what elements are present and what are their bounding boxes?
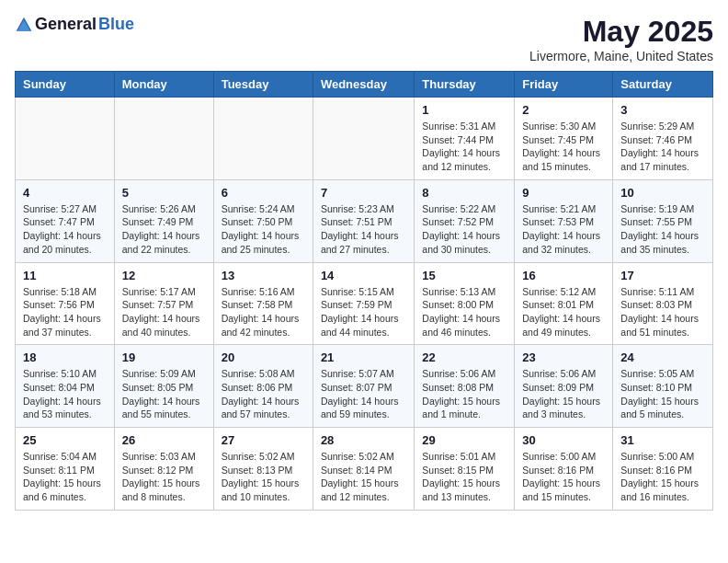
day-number: 26 xyxy=(122,433,206,447)
calendar-cell: 21Sunrise: 5:07 AM Sunset: 8:07 PM Dayli… xyxy=(313,345,414,428)
week-row-4: 25Sunrise: 5:04 AM Sunset: 8:11 PM Dayli… xyxy=(16,428,713,511)
day-number: 17 xyxy=(620,269,705,282)
logo-blue-text: Blue xyxy=(98,15,134,34)
day-number: 14 xyxy=(321,269,406,282)
day-number: 8 xyxy=(422,186,506,200)
day-info: Sunrise: 5:19 AM Sunset: 7:55 PM Dayligh… xyxy=(620,202,705,257)
day-info: Sunrise: 5:13 AM Sunset: 8:00 PM Dayligh… xyxy=(422,285,506,339)
day-info: Sunrise: 5:11 AM Sunset: 8:03 PM Dayligh… xyxy=(620,285,705,339)
calendar-header: SundayMondayTuesdayWednesdayThursdayFrid… xyxy=(16,72,713,98)
calendar-cell: 24Sunrise: 5:05 AM Sunset: 8:10 PM Dayli… xyxy=(613,345,713,428)
day-number: 6 xyxy=(222,186,305,200)
day-number: 31 xyxy=(620,433,705,447)
week-row-2: 11Sunrise: 5:18 AM Sunset: 7:56 PM Dayli… xyxy=(16,262,713,345)
calendar-cell: 17Sunrise: 5:11 AM Sunset: 8:03 PM Dayli… xyxy=(613,262,713,345)
day-info: Sunrise: 5:17 AM Sunset: 7:57 PM Dayligh… xyxy=(122,285,206,339)
calendar-cell xyxy=(16,98,115,180)
calendar-cell: 5Sunrise: 5:26 AM Sunset: 7:49 PM Daylig… xyxy=(114,179,213,262)
day-info: Sunrise: 5:02 AM Sunset: 8:13 PM Dayligh… xyxy=(222,450,305,504)
calendar-body: 1Sunrise: 5:31 AM Sunset: 7:44 PM Daylig… xyxy=(16,98,713,511)
day-info: Sunrise: 5:06 AM Sunset: 8:09 PM Dayligh… xyxy=(522,367,605,421)
calendar-table: SundayMondayTuesdayWednesdayThursdayFrid… xyxy=(15,71,713,511)
header-friday: Friday xyxy=(515,72,613,98)
day-info: Sunrise: 5:23 AM Sunset: 7:51 PM Dayligh… xyxy=(321,202,406,257)
day-number: 18 xyxy=(23,350,107,364)
calendar-cell: 16Sunrise: 5:12 AM Sunset: 8:01 PM Dayli… xyxy=(515,262,613,345)
calendar-cell: 14Sunrise: 5:15 AM Sunset: 7:59 PM Dayli… xyxy=(313,262,414,345)
day-info: Sunrise: 5:30 AM Sunset: 7:45 PM Dayligh… xyxy=(522,120,605,174)
day-number: 16 xyxy=(522,269,605,282)
calendar-cell: 30Sunrise: 5:00 AM Sunset: 8:16 PM Dayli… xyxy=(515,428,613,511)
day-info: Sunrise: 5:00 AM Sunset: 8:16 PM Dayligh… xyxy=(522,450,605,504)
header-thursday: Thursday xyxy=(415,72,515,98)
calendar-cell: 18Sunrise: 5:10 AM Sunset: 8:04 PM Dayli… xyxy=(16,345,115,428)
title-section: May 2025 Livermore, Maine, United States xyxy=(529,15,713,63)
page-header: General Blue May 2025 Livermore, Maine, … xyxy=(15,15,713,63)
day-number: 10 xyxy=(620,186,705,200)
header-monday: Monday xyxy=(114,72,213,98)
subtitle: Livermore, Maine, United States xyxy=(529,49,713,63)
week-row-0: 1Sunrise: 5:31 AM Sunset: 7:44 PM Daylig… xyxy=(16,98,713,180)
day-info: Sunrise: 5:08 AM Sunset: 8:06 PM Dayligh… xyxy=(222,367,305,421)
day-number: 4 xyxy=(23,186,107,200)
day-number: 13 xyxy=(222,269,305,282)
day-number: 19 xyxy=(122,350,206,364)
header-saturday: Saturday xyxy=(613,72,713,98)
day-number: 11 xyxy=(23,269,107,282)
calendar-cell: 3Sunrise: 5:29 AM Sunset: 7:46 PM Daylig… xyxy=(613,98,713,180)
day-number: 27 xyxy=(222,433,305,447)
day-info: Sunrise: 5:18 AM Sunset: 7:56 PM Dayligh… xyxy=(23,285,107,339)
calendar-cell: 12Sunrise: 5:17 AM Sunset: 7:57 PM Dayli… xyxy=(114,262,213,345)
day-info: Sunrise: 5:00 AM Sunset: 8:16 PM Dayligh… xyxy=(620,450,705,504)
header-sunday: Sunday xyxy=(16,72,115,98)
day-number: 30 xyxy=(522,433,605,447)
day-number: 12 xyxy=(122,269,206,282)
calendar-cell: 9Sunrise: 5:21 AM Sunset: 7:53 PM Daylig… xyxy=(515,179,613,262)
calendar-cell: 20Sunrise: 5:08 AM Sunset: 8:06 PM Dayli… xyxy=(213,345,313,428)
day-number: 5 xyxy=(122,186,206,200)
header-row: SundayMondayTuesdayWednesdayThursdayFrid… xyxy=(16,72,713,98)
calendar-cell xyxy=(114,98,213,180)
day-info: Sunrise: 5:02 AM Sunset: 8:14 PM Dayligh… xyxy=(321,450,406,504)
day-info: Sunrise: 5:26 AM Sunset: 7:49 PM Dayligh… xyxy=(122,202,206,257)
day-number: 2 xyxy=(522,103,605,117)
day-number: 25 xyxy=(23,433,107,447)
calendar-cell: 31Sunrise: 5:00 AM Sunset: 8:16 PM Dayli… xyxy=(613,428,713,511)
logo-general-text: General xyxy=(35,15,97,34)
day-info: Sunrise: 5:04 AM Sunset: 8:11 PM Dayligh… xyxy=(23,450,107,504)
day-number: 7 xyxy=(321,186,406,200)
day-number: 20 xyxy=(222,350,305,364)
day-info: Sunrise: 5:27 AM Sunset: 7:47 PM Dayligh… xyxy=(23,202,107,257)
day-info: Sunrise: 5:09 AM Sunset: 8:05 PM Dayligh… xyxy=(122,367,206,421)
calendar-cell: 4Sunrise: 5:27 AM Sunset: 7:47 PM Daylig… xyxy=(16,179,115,262)
week-row-1: 4Sunrise: 5:27 AM Sunset: 7:47 PM Daylig… xyxy=(16,179,713,262)
day-info: Sunrise: 5:31 AM Sunset: 7:44 PM Dayligh… xyxy=(422,120,506,174)
logo-icon xyxy=(15,16,33,34)
day-info: Sunrise: 5:07 AM Sunset: 8:07 PM Dayligh… xyxy=(321,367,406,421)
calendar-cell: 29Sunrise: 5:01 AM Sunset: 8:15 PM Dayli… xyxy=(415,428,515,511)
calendar-cell: 25Sunrise: 5:04 AM Sunset: 8:11 PM Dayli… xyxy=(16,428,115,511)
day-number: 15 xyxy=(422,269,506,282)
calendar-cell: 1Sunrise: 5:31 AM Sunset: 7:44 PM Daylig… xyxy=(415,98,515,180)
calendar-cell: 15Sunrise: 5:13 AM Sunset: 8:00 PM Dayli… xyxy=(415,262,515,345)
calendar-cell: 6Sunrise: 5:24 AM Sunset: 7:50 PM Daylig… xyxy=(213,179,313,262)
day-info: Sunrise: 5:16 AM Sunset: 7:58 PM Dayligh… xyxy=(222,285,305,339)
calendar-cell: 8Sunrise: 5:22 AM Sunset: 7:52 PM Daylig… xyxy=(415,179,515,262)
day-number: 22 xyxy=(422,350,506,364)
calendar-cell: 2Sunrise: 5:30 AM Sunset: 7:45 PM Daylig… xyxy=(515,98,613,180)
calendar-cell: 26Sunrise: 5:03 AM Sunset: 8:12 PM Dayli… xyxy=(114,428,213,511)
day-info: Sunrise: 5:01 AM Sunset: 8:15 PM Dayligh… xyxy=(422,450,506,504)
calendar-cell: 22Sunrise: 5:06 AM Sunset: 8:08 PM Dayli… xyxy=(415,345,515,428)
day-number: 1 xyxy=(422,103,506,117)
day-info: Sunrise: 5:03 AM Sunset: 8:12 PM Dayligh… xyxy=(122,450,206,504)
day-number: 21 xyxy=(321,350,406,364)
header-wednesday: Wednesday xyxy=(313,72,414,98)
day-info: Sunrise: 5:12 AM Sunset: 8:01 PM Dayligh… xyxy=(522,285,605,339)
day-number: 28 xyxy=(321,433,406,447)
day-info: Sunrise: 5:06 AM Sunset: 8:08 PM Dayligh… xyxy=(422,367,506,421)
day-number: 9 xyxy=(522,186,605,200)
calendar-cell: 10Sunrise: 5:19 AM Sunset: 7:55 PM Dayli… xyxy=(613,179,713,262)
header-tuesday: Tuesday xyxy=(213,72,313,98)
main-title: May 2025 xyxy=(529,15,713,49)
calendar-cell xyxy=(313,98,414,180)
